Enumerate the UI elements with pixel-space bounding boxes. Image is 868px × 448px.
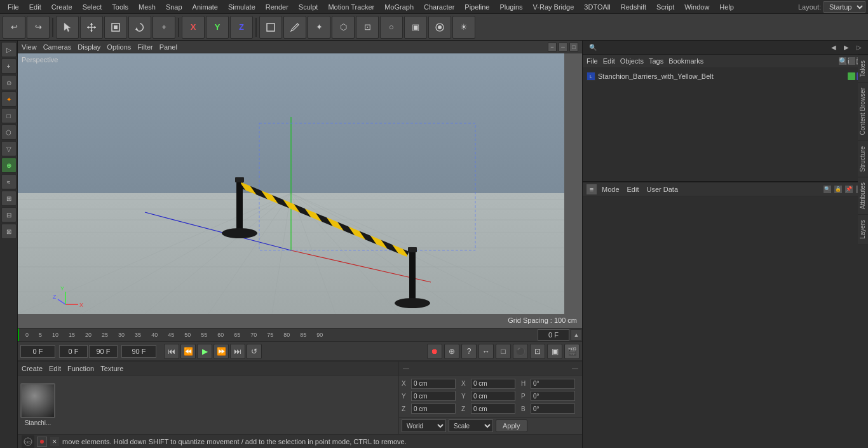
objects-info-btn[interactable]: i	[848, 57, 855, 65]
viewport-view-menu[interactable]: View	[22, 43, 37, 51]
coord-z-size-field[interactable]	[471, 404, 515, 414]
viewport-minimize-btn[interactable]: −	[548, 43, 557, 51]
menu-vray[interactable]: V-Ray Bridge	[528, 2, 580, 12]
objects-file-menu[interactable]: File	[587, 57, 598, 65]
menu-pipeline[interactable]: Pipeline	[459, 2, 494, 12]
move-tool-button[interactable]	[80, 16, 103, 39]
sculpt-button[interactable]: ✦	[308, 16, 330, 39]
y-axis-button[interactable]: Y	[206, 16, 229, 39]
attr-edit-menu[interactable]: Edit	[627, 186, 639, 193]
coord-y-size-field[interactable]	[471, 391, 515, 401]
light-button[interactable]: ☀	[452, 16, 475, 39]
right-panel-arrow-right-btn[interactable]: ▶	[841, 43, 851, 52]
attr-mode-menu[interactable]: Mode	[602, 186, 620, 193]
sidebar-star-btn[interactable]: ✦	[1, 92, 17, 107]
scale-tool-button[interactable]	[104, 16, 127, 39]
sidebar-tri-btn[interactable]: ▽	[1, 141, 17, 156]
start-frame-field[interactable]	[20, 345, 55, 358]
coord-y-pos-field[interactable]	[411, 391, 456, 401]
record-btn[interactable]: ⏺	[427, 344, 442, 359]
menu-plugins[interactable]: Plugins	[494, 2, 527, 12]
z-axis-button[interactable]: Z	[230, 16, 253, 39]
frame-input[interactable]	[538, 329, 569, 341]
objects-search-btn[interactable]: 🔍	[839, 57, 846, 65]
pen-tool-button[interactable]	[283, 16, 306, 39]
tab-structure[interactable]: Structure	[858, 140, 868, 177]
sidebar-cross-btn[interactable]: ⊕	[1, 158, 17, 173]
menu-file[interactable]: File	[3, 2, 24, 12]
right-panel-arrow-left-btn[interactable]: ◀	[829, 43, 839, 52]
undo-button[interactable]: ↩	[3, 16, 25, 39]
render-btn[interactable]: 🎬	[564, 344, 580, 359]
end-frame-field2[interactable]	[121, 345, 156, 358]
goto-end-btn[interactable]: ⏭	[230, 344, 245, 359]
attr-pin-btn[interactable]: 📌	[844, 185, 853, 194]
auto-key-btn[interactable]: ⚫	[513, 344, 528, 359]
menu-edit[interactable]: Edit	[24, 2, 46, 12]
timeline-playhead[interactable]	[18, 329, 19, 341]
viewport-filter-menu[interactable]: Filter	[137, 43, 153, 51]
attr-search-btn[interactable]: 🔍	[823, 185, 832, 194]
sidebar-minus-btn[interactable]: ⊟	[1, 207, 17, 222]
frame-step-btn[interactable]: ▲	[571, 329, 582, 341]
objects-edit-menu[interactable]: Edit	[603, 57, 615, 65]
menu-simulate[interactable]: Simulate	[223, 2, 261, 12]
menu-help[interactable]: Help	[714, 2, 739, 12]
coord-b-rot-field[interactable]	[531, 404, 575, 414]
coord-p-rot-field[interactable]	[531, 391, 575, 401]
goto-start-btn[interactable]: ⏮	[164, 344, 179, 359]
menu-mograph[interactable]: MoGraph	[379, 2, 419, 12]
material-swatch[interactable]	[20, 383, 55, 418]
select-tool-button[interactable]	[56, 16, 79, 39]
tab-content-browser[interactable]: Content Browser	[858, 82, 868, 140]
render-view-button[interactable]	[428, 16, 451, 39]
redo-button[interactable]: ↪	[27, 16, 50, 39]
material-item[interactable]: Stanchi...	[20, 383, 55, 426]
menu-window[interactable]: Window	[679, 2, 714, 12]
objects-bookmarks-menu[interactable]: Bookmarks	[668, 57, 703, 65]
timeline-view-btn[interactable]: ▣	[547, 344, 562, 359]
viewport-panel-menu[interactable]: Panel	[159, 43, 177, 51]
right-panel-more-btn[interactable]: ▷	[854, 43, 864, 52]
menu-script[interactable]: Script	[651, 2, 679, 12]
apply-button[interactable]: Apply	[496, 419, 527, 432]
move-keys-btn[interactable]: ↔	[478, 344, 494, 359]
viewport-canvas[interactable]: X Y Z Perspective Grid Spacing : 100 cm	[18, 53, 582, 328]
viewport-options-menu[interactable]: Options	[107, 43, 131, 51]
menu-create[interactable]: Create	[46, 2, 78, 12]
menu-sculpt[interactable]: Sculpt	[294, 2, 323, 12]
viewport-display-menu[interactable]: Display	[78, 43, 100, 51]
object-row-stanchion[interactable]: L Stanchion_Barriers_with_Yellow_Belt	[587, 70, 864, 83]
current-frame-field[interactable]	[59, 345, 88, 358]
sidebar-arrow-btn[interactable]: ▷	[1, 42, 17, 57]
transform-tool-button[interactable]: +	[153, 16, 175, 39]
key-btn[interactable]: □	[496, 344, 511, 359]
step-back-btn[interactable]: ⏪	[180, 344, 196, 359]
menu-character[interactable]: Character	[419, 2, 459, 12]
objects-tags-menu[interactable]: Tags	[649, 57, 663, 65]
attr-panel-icon[interactable]: ≡	[587, 184, 597, 194]
material-texture-menu[interactable]: Texture	[100, 365, 123, 372]
mirror-button[interactable]: ⊡	[356, 16, 379, 39]
sidebar-x-btn[interactable]: ⊠	[1, 224, 17, 239]
menu-snap[interactable]: Snap	[161, 2, 187, 12]
play-btn[interactable]: ▶	[197, 344, 212, 359]
coord-x-size-field[interactable]	[471, 379, 515, 389]
coord-z-pos-field[interactable]	[411, 404, 456, 414]
menu-render[interactable]: Render	[261, 2, 294, 12]
material-edit-menu[interactable]: Edit	[49, 365, 61, 372]
help-btn[interactable]: ?	[461, 344, 477, 359]
coord-x-pos-field[interactable]	[411, 379, 456, 389]
sidebar-add-btn[interactable]: +	[1, 58, 17, 74]
spline-button[interactable]: ⬡	[332, 16, 355, 39]
world-dropdown[interactable]: World	[402, 419, 446, 432]
menu-select[interactable]: Select	[78, 2, 107, 12]
sidebar-wave-btn[interactable]: ≈	[1, 174, 17, 189]
attr-userdata-menu[interactable]: User Data	[647, 186, 679, 193]
material-function-menu[interactable]: Function	[67, 365, 94, 372]
viewport-move-btn[interactable]: ↔	[559, 43, 567, 51]
menu-3dtoall[interactable]: 3DTOAll	[579, 2, 615, 12]
menu-redshift[interactable]: Redshift	[616, 2, 651, 12]
soft-sel-button[interactable]: ○	[380, 16, 403, 39]
sidebar-grid-btn[interactable]: ⊞	[1, 191, 17, 206]
